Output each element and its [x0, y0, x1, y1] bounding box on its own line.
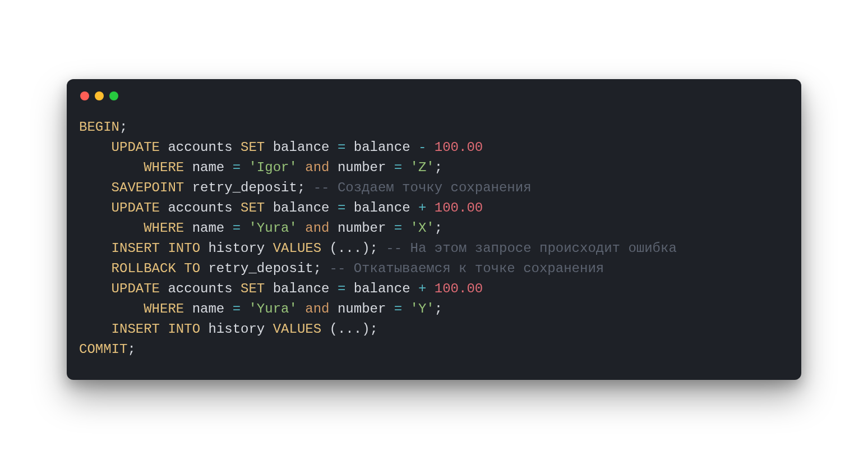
semi: ;	[313, 261, 321, 276]
minimize-icon[interactable]	[95, 91, 104, 100]
col-balance: balance	[273, 140, 330, 155]
semi: ;	[435, 221, 442, 236]
op-eq: =	[338, 281, 345, 296]
op-eq: =	[233, 160, 241, 175]
window-titlebar	[67, 79, 801, 100]
code-block: BEGIN; UPDATE accounts SET balance = bal…	[67, 100, 801, 380]
op-eq: =	[394, 160, 402, 175]
op-eq: =	[394, 221, 402, 236]
op-eq: =	[233, 221, 241, 236]
str-y: 'Y'	[410, 301, 435, 316]
comment-1: -- Создаем точку сохранения	[313, 180, 532, 195]
num-amount: 100.00	[435, 200, 483, 215]
num-amount: 100.00	[435, 281, 483, 296]
op-eq: =	[338, 140, 345, 155]
kw-set: SET	[241, 281, 265, 296]
tbl-history: history	[208, 322, 265, 337]
op-plus: +	[418, 281, 426, 296]
kw-into: INTO	[168, 322, 200, 337]
col-number: number	[338, 301, 386, 316]
col-name: name	[192, 301, 225, 316]
kw-into: INTO	[168, 241, 200, 256]
col-balance: balance	[273, 200, 330, 215]
col-name: name	[192, 221, 225, 236]
op-eq: =	[233, 301, 241, 316]
str-yura: 'Yura'	[248, 301, 297, 316]
kw-update: UPDATE	[112, 140, 160, 155]
semi: ;	[297, 180, 305, 195]
kw-where: WHERE	[144, 160, 184, 175]
maximize-icon[interactable]	[109, 91, 118, 100]
col-balance: balance	[354, 140, 410, 155]
col-number: number	[338, 221, 386, 236]
kw-savepoint: SAVEPOINT	[112, 180, 184, 195]
semi: ;	[370, 322, 378, 337]
id-retry-deposit: retry_deposit	[192, 180, 297, 195]
code-window: BEGIN; UPDATE accounts SET balance = bal…	[67, 79, 801, 380]
paren-dots: (...)	[330, 241, 370, 256]
semi: ;	[127, 342, 135, 357]
semi: ;	[370, 241, 378, 256]
op-plus: +	[418, 200, 426, 215]
tbl-accounts: accounts	[168, 140, 232, 155]
op-minus: -	[418, 140, 426, 155]
col-number: number	[338, 160, 386, 175]
str-yura: 'Yura'	[248, 221, 297, 236]
kw-values: VALUES	[273, 322, 321, 337]
close-icon[interactable]	[80, 91, 89, 100]
kw-set: SET	[241, 140, 265, 155]
num-amount: 100.00	[435, 140, 483, 155]
kw-and: and	[305, 301, 329, 316]
kw-rollback: ROLLBACK	[112, 261, 176, 276]
col-name: name	[192, 160, 225, 175]
str-z: 'Z'	[410, 160, 435, 175]
semi: ;	[435, 160, 442, 175]
kw-update: UPDATE	[112, 200, 160, 215]
str-x: 'X'	[410, 221, 435, 236]
kw-set: SET	[241, 200, 265, 215]
str-igor: 'Igor'	[248, 160, 297, 175]
op-eq: =	[338, 200, 345, 215]
op-eq: =	[394, 301, 402, 316]
kw-update: UPDATE	[112, 281, 160, 296]
kw-where: WHERE	[144, 221, 184, 236]
kw-commit: COMMIT	[79, 342, 127, 357]
kw-to: TO	[184, 261, 200, 276]
kw-and: and	[305, 160, 329, 175]
tbl-accounts: accounts	[168, 200, 232, 215]
comment-3: -- Откатываемся к точке сохранения	[330, 261, 604, 276]
tbl-accounts: accounts	[168, 281, 232, 296]
semi: ;	[435, 301, 442, 316]
col-balance: balance	[273, 281, 330, 296]
kw-values: VALUES	[273, 241, 321, 256]
id-retry-deposit: retry_deposit	[208, 261, 313, 276]
kw-begin: BEGIN	[79, 120, 119, 135]
comment-2: -- На этом запросе происходит ошибка	[386, 241, 676, 256]
kw-insert: INSERT	[112, 241, 160, 256]
semi: ;	[119, 120, 127, 135]
tbl-history: history	[208, 241, 265, 256]
col-balance: balance	[354, 200, 410, 215]
kw-where: WHERE	[144, 301, 184, 316]
col-balance: balance	[354, 281, 410, 296]
kw-and: and	[305, 221, 329, 236]
kw-insert: INSERT	[112, 322, 160, 337]
paren-dots: (...)	[330, 322, 370, 337]
